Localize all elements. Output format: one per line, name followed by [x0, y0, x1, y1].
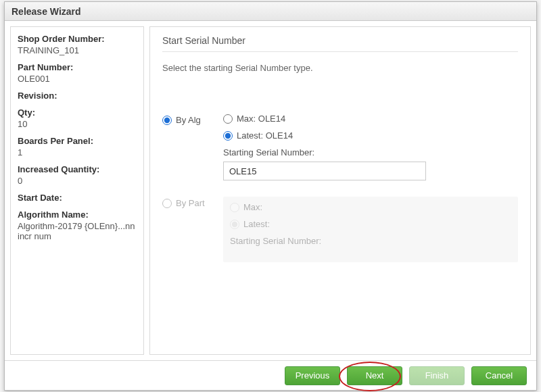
summary-panel: Shop Order Number: TRAINING_101 Part Num… [10, 26, 144, 355]
increased-quantity-label: Increased Quantity: [18, 164, 137, 174]
qty-value: 10 [18, 119, 27, 129]
qty-label: Qty: [18, 107, 137, 118]
alg-max-radio[interactable] [223, 114, 233, 124]
dialog-title: Release Wizard [5, 2, 536, 21]
option-by-part-row: By Part Max: Latest: Starting Serial Num… [162, 197, 518, 262]
shop-order-number-label: Shop Order Number: [18, 34, 137, 44]
by-alg-label: By Alg [176, 115, 201, 125]
alg-starting-label: Starting Serial Number: [223, 147, 518, 157]
part-max-radio [230, 203, 239, 212]
dialog-body: Shop Order Number: TRAINING_101 Part Num… [5, 21, 536, 360]
boards-per-panel-value: 1 [18, 147, 22, 157]
step-description: Select the starting Serial Number type. [162, 63, 518, 73]
revision-label: Revision: [18, 91, 137, 101]
option-by-alg-row: By Alg Max: OLE14 Latest: OLE14 Starting… [162, 114, 518, 180]
by-part-label: By Part [176, 198, 205, 208]
part-number-label: Part Number: [18, 62, 137, 72]
algorithm-name-value: Algorithm-20179 {OLEnn}...nn incr num [18, 221, 135, 241]
cancel-button[interactable]: Cancel [471, 366, 527, 385]
finish-button: Finish [409, 366, 465, 385]
part-number-value: OLE001 [18, 74, 50, 84]
previous-button[interactable]: Previous [285, 366, 340, 385]
by-part-radio[interactable] [162, 199, 172, 208]
alg-max-label: Max: OLE14 [237, 114, 285, 124]
by-alg-radio[interactable] [162, 116, 172, 125]
part-latest-radio [230, 220, 239, 229]
part-max-label: Max: [243, 202, 262, 212]
part-latest-label: Latest: [243, 219, 270, 229]
part-starting-label: Starting Serial Number: [230, 236, 511, 246]
step-panel: Start Serial Number Select the starting … [149, 26, 531, 355]
dialog-footer: Previous Next Finish Cancel [5, 360, 536, 390]
next-button[interactable]: Next [347, 366, 402, 385]
release-wizard-dialog: Release Wizard Shop Order Number: TRAINI… [4, 1, 537, 391]
alg-starting-serial-input[interactable] [223, 162, 426, 180]
start-date-label: Start Date: [18, 193, 137, 203]
shop-order-number-value: TRAINING_101 [18, 45, 79, 55]
algorithm-name-label: Algorithm Name: [18, 210, 137, 220]
alg-latest-label: Latest: OLE14 [237, 130, 293, 141]
boards-per-panel-label: Boards Per Panel: [18, 136, 137, 146]
alg-latest-radio[interactable] [223, 131, 233, 141]
step-title: Start Serial Number [162, 35, 518, 52]
increased-quantity-value: 0 [18, 176, 22, 186]
